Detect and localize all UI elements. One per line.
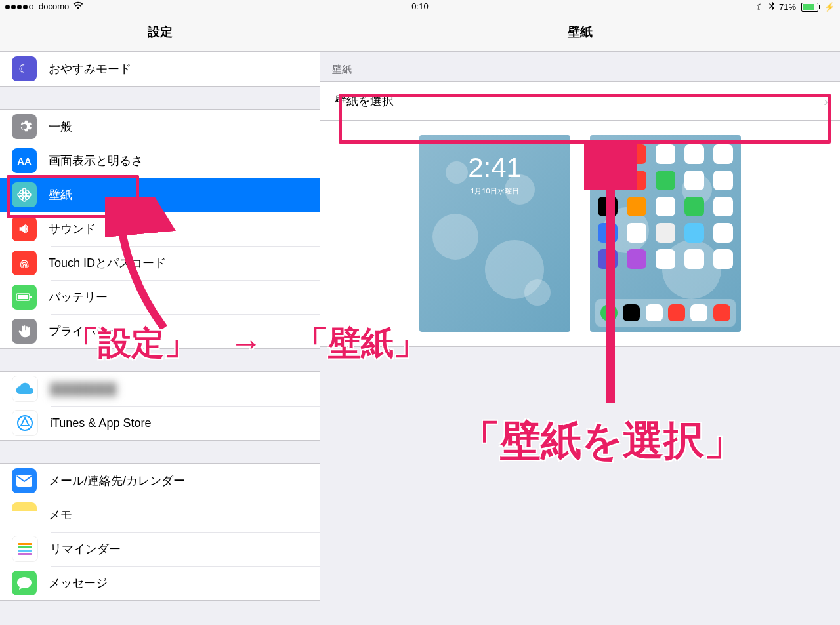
text-size-icon: AA <box>12 148 37 173</box>
row-label: 壁紙 <box>49 187 72 203</box>
clock-label: 0:10 <box>411 1 428 11</box>
section-header: 壁紙 <box>320 52 840 81</box>
row-label: iTunes & App Store <box>50 416 151 430</box>
sidebar-item-icloud[interactable]: ████████ <box>0 372 320 406</box>
row-label: リマインダー <box>50 541 121 557</box>
reminders-icon <box>12 536 38 562</box>
row-label: サウンド <box>49 221 96 237</box>
lockscreen-preview[interactable]: 2:41 1月10日水曜日 <box>419 135 570 332</box>
sidebar-item-dnd[interactable]: ☾ おやすみモード <box>0 52 320 86</box>
sidebar-item-privacy[interactable]: プライバシー <box>0 314 320 348</box>
sidebar-item-mail[interactable]: メール/連絡先/カレンダー <box>0 464 320 498</box>
sidebar-item-reminders[interactable]: リマインダー <box>0 532 320 566</box>
charging-icon: ⚡ <box>824 2 835 12</box>
row-label: メール/連絡先/カレンダー <box>49 473 185 489</box>
sidebar-item-messages[interactable]: メッセージ <box>0 566 320 600</box>
hand-icon <box>12 319 37 344</box>
wifi-icon <box>73 1 83 11</box>
choose-wallpaper-label: 壁紙を選択 <box>335 93 394 109</box>
sidebar-title: 設定 <box>0 13 320 52</box>
row-label: メモ <box>49 507 72 523</box>
carrier-label: docomo <box>39 1 69 11</box>
row-label: プライバシー <box>49 323 119 339</box>
sidebar-item-sounds[interactable]: サウンド <box>0 212 320 246</box>
signal-dots-icon <box>5 1 35 11</box>
messages-icon <box>12 571 37 595</box>
row-label: ████████ <box>50 382 117 396</box>
sidebar-item-notes[interactable]: メモ <box>0 498 320 532</box>
svg-rect-11 <box>18 295 28 299</box>
chevron-right-icon: › <box>824 94 828 109</box>
settings-sidebar: 設定 ☾ おやすみモード 一般 AA 画面表示と明るさ <box>0 13 320 625</box>
icloud-icon <box>12 376 38 402</box>
homescreen-preview[interactable] <box>590 135 741 332</box>
lock-time: 2:41 <box>419 152 570 184</box>
wallpaper-previews: 2:41 1月10日水曜日 <box>320 121 840 347</box>
fingerprint-icon <box>12 251 37 275</box>
notes-icon <box>12 502 37 527</box>
row-label: Touch IDとパスコード <box>49 255 166 271</box>
gear-icon <box>12 114 37 139</box>
appstore-icon <box>12 410 38 436</box>
row-label: メッセージ <box>49 575 108 591</box>
dnd-moon-icon: ☾ <box>756 2 765 12</box>
row-label: おやすみモード <box>49 61 131 77</box>
battery-pct-label: 71% <box>779 2 796 12</box>
moon-icon: ☾ <box>12 56 37 81</box>
battery-icon <box>800 3 820 12</box>
sidebar-item-general[interactable]: 一般 <box>0 110 320 144</box>
wallpaper-detail-pane: 壁紙 壁紙 壁紙を選択 › 2:41 1月10日水曜日 <box>320 13 840 625</box>
sidebar-item-display[interactable]: AA 画面表示と明るさ <box>0 144 320 178</box>
sidebar-item-itunes[interactable]: iTunes & App Store <box>0 406 320 440</box>
detail-title: 壁紙 <box>320 13 840 52</box>
mail-icon <box>12 468 37 493</box>
choose-wallpaper-row[interactable]: 壁紙を選択 › <box>320 81 840 121</box>
row-label: バッテリー <box>49 289 108 305</box>
svg-point-0 <box>23 193 26 197</box>
battery-row-icon <box>12 285 37 310</box>
sidebar-item-battery[interactable]: バッテリー <box>0 280 320 314</box>
row-label: 一般 <box>49 119 72 134</box>
sidebar-item-touchid[interactable]: Touch IDとパスコード <box>0 246 320 280</box>
flower-icon <box>12 182 37 207</box>
bluetooth-icon <box>768 1 775 12</box>
speaker-icon <box>12 216 37 241</box>
sidebar-item-wallpaper[interactable]: 壁紙 <box>0 178 320 212</box>
lock-date: 1月10日水曜日 <box>419 186 570 196</box>
row-label: 画面表示と明るさ <box>49 153 143 169</box>
svg-rect-10 <box>30 296 32 298</box>
status-bar: docomo 0:10 ☾ 71% ⚡ <box>0 0 840 13</box>
